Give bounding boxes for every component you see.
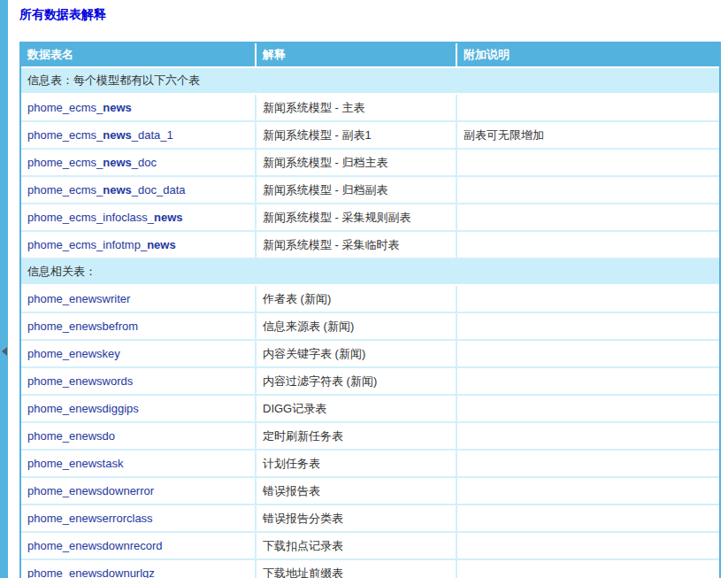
table-name-cell: phome_enewswriter (21, 286, 257, 313)
table-explanation-cell: 定时刷新任务表 (257, 423, 457, 451)
table-name-suffix-text: _data_1 (132, 128, 173, 142)
table-name-cell: phome_ecms_news_data_1 (21, 122, 257, 150)
table-explanation-cell: 错误报告表 (257, 478, 457, 505)
table-name-text: phome_enewsbefrom (27, 320, 138, 333)
table-row: phome_enewsdownerror错误报告表 (21, 478, 719, 505)
table-name-bold-text: news (103, 183, 132, 197)
column-header-explanation: 解释 (257, 43, 457, 68)
table-note-cell (457, 204, 719, 232)
table-explanation-cell: 新闻系统模型 - 采集临时表 (257, 232, 457, 259)
table-row: phome_enewskey内容关键字表 (新闻) (21, 341, 719, 368)
table-name-bold-text: news (154, 211, 183, 224)
table-row: phome_enewsdo定时刷新任务表 (21, 423, 719, 451)
table-name-text: phome_enewsdownerror (27, 484, 154, 497)
table-name-cell: phome_enewswords (21, 368, 257, 396)
table-row: phome_ecms_infoclass_news新闻系统模型 - 采集规则副表 (21, 204, 719, 232)
table-row: phome_ecms_news_doc新闻系统模型 - 归档主表 (21, 150, 719, 177)
table-explanation-cell: 下载地址前缀表 (257, 560, 457, 578)
table-name-suffix-text: _doc (132, 156, 157, 169)
table-name-cell: phome_ecms_news_doc (21, 150, 257, 177)
table-explanation-cell: DIGG记录表 (257, 396, 457, 423)
table-name-text: phome_ecms_ (27, 101, 103, 114)
table-name-text: phome_enewsdownrecord (27, 539, 162, 552)
table-name-cell: phome_enewsdownrecord (21, 533, 257, 560)
table-header-row: 数据表名 解释 附加说明 (21, 43, 719, 68)
table-note-cell (457, 177, 719, 204)
table-row: phome_enewsbefrom信息来源表 (新闻) (21, 313, 719, 341)
table-name-text: phome_enewserrorclass (27, 512, 153, 525)
section-row: 信息相关表： (21, 259, 719, 286)
table-note-cell (457, 505, 719, 533)
table-name-bold-text: news (103, 128, 132, 142)
table-explanation-cell: 新闻系统模型 - 归档主表 (257, 150, 457, 177)
table-note-cell (457, 150, 719, 177)
section-row: 信息表：每个模型都有以下六个表 (21, 68, 719, 95)
section-label: 信息表：每个模型都有以下六个表 (21, 68, 719, 95)
table-name-text: phome_ecms_ (27, 183, 103, 197)
table-note-cell (457, 423, 719, 451)
table-name-text: phome_enewstask (27, 457, 123, 470)
table-row: phome_enewsdownrecord下载扣点记录表 (21, 533, 719, 560)
table-name-bold-text: news (103, 156, 132, 169)
table-note-cell (457, 313, 719, 341)
table-explanation-cell: 下载扣点记录表 (257, 533, 457, 560)
table-note-cell (457, 286, 719, 313)
table-note-cell (457, 368, 719, 396)
table-name-cell: phome_enewsdownerror (21, 478, 257, 505)
table-note-cell (457, 478, 719, 505)
table-name-cell: phome_ecms_infoclass_news (21, 204, 257, 232)
table-name-cell: phome_enewsdo (21, 423, 257, 451)
table-name-text: phome_ecms_ (27, 128, 103, 142)
collapse-frame-arrow-icon[interactable] (2, 347, 7, 356)
table-row: phome_ecms_news_doc_data新闻系统模型 - 归档副表 (21, 177, 719, 204)
table-name-text: phome_enewsdo (27, 429, 115, 443)
frame-divider (0, 0, 8, 578)
table-name-cell: phome_enewstask (21, 451, 257, 478)
table-row: phome_ecms_news新闻系统模型 - 主表 (21, 95, 719, 122)
section-label: 信息相关表： (21, 259, 719, 286)
table-explanation-cell: 作者表 (新闻) (257, 286, 457, 313)
table-row: phome_ecms_infotmp_news新闻系统模型 - 采集临时表 (21, 232, 719, 259)
table-explanation-cell: 计划任务表 (257, 451, 457, 478)
table-row: phome_enewstask计划任务表 (21, 451, 719, 478)
table-row: phome_enewswriter作者表 (新闻) (21, 286, 719, 313)
table-explanation-cell: 新闻系统模型 - 主表 (257, 95, 457, 122)
table-row: phome_ecms_news_data_1新闻系统模型 - 副表1副表可无限增… (21, 122, 719, 150)
table-name-cell: phome_enewserrorclass (21, 505, 257, 533)
table-row: phome_enewswords内容过滤字符表 (新闻) (21, 368, 719, 396)
table-note-cell (457, 451, 719, 478)
table-row: phome_enewserrorclass错误报告分类表 (21, 505, 719, 533)
table-name-cell: phome_enewsbefrom (21, 313, 257, 341)
table-explanation-cell: 内容关键字表 (新闻) (257, 341, 457, 368)
table-explanation-cell: 信息来源表 (新闻) (257, 313, 457, 341)
table-name-suffix-text: _doc_data (132, 183, 186, 197)
table-name-cell: phome_enewsdiggips (21, 396, 257, 423)
table-name-text: phome_enewsdownurlqz (27, 566, 155, 578)
database-tables-table: 数据表名 解释 附加说明 信息表：每个模型都有以下六个表phome_ecms_n… (19, 42, 721, 578)
table-name-text: phome_ecms_infoclass_ (27, 211, 154, 224)
table-note-cell (457, 95, 719, 122)
table-explanation-cell: 内容过滤字符表 (新闻) (257, 368, 457, 396)
table-name-cell: phome_enewsdownurlqz (21, 560, 257, 578)
table-note-cell (457, 341, 719, 368)
table-explanation-cell: 新闻系统模型 - 归档副表 (257, 177, 457, 204)
table-name-cell: phome_ecms_infotmp_news (21, 232, 257, 259)
table-note-cell (457, 232, 719, 259)
help-content-pane: 所有数据表解释 数据表名 解释 附加说明 信息表：每个模型都有以下六个表phom… (19, 0, 721, 578)
table-name-text: phome_ecms_ (27, 156, 103, 169)
table-row: phome_enewsdiggipsDIGG记录表 (21, 396, 719, 423)
table-name-bold-text: news (147, 238, 176, 251)
table-note-cell (457, 560, 719, 578)
table-name-cell: phome_ecms_news_doc_data (21, 177, 257, 204)
table-explanation-cell: 新闻系统模型 - 采集规则副表 (257, 204, 457, 232)
table-row: phome_enewsdownurlqz下载地址前缀表 (21, 560, 719, 578)
table-name-text: phome_ecms_infotmp_ (27, 238, 147, 251)
column-header-additional-note: 附加说明 (457, 43, 719, 68)
table-note-cell: 副表可无限增加 (457, 122, 719, 150)
table-name-text: phome_enewswords (27, 374, 133, 388)
table-name-cell: phome_ecms_news (21, 95, 257, 122)
table-name-text: phome_enewskey (27, 347, 120, 360)
table-name-bold-text: news (103, 101, 132, 114)
table-name-text: phome_enewsdiggips (27, 402, 139, 415)
table-explanation-cell: 错误报告分类表 (257, 505, 457, 533)
